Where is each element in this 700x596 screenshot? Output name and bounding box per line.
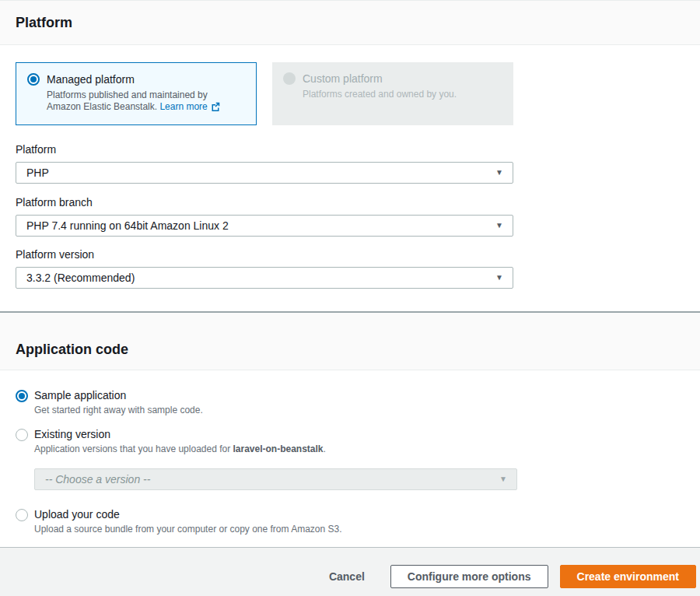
external-link-icon [211, 102, 220, 114]
managed-platform-desc-line2: Amazon Elastic Beanstalk. [47, 101, 157, 112]
custom-platform-radio [283, 72, 296, 85]
sample-application-radio[interactable] [16, 390, 28, 402]
platform-section-title: Platform [16, 15, 72, 31]
platform-version-field-label: Platform version [16, 248, 684, 261]
platform-section-content: Managed platform Platforms published and… [0, 62, 700, 289]
dropdown-caret-icon: ▼ [499, 475, 507, 483]
platform-select-value: PHP [26, 167, 49, 179]
learn-more-link[interactable]: Learn more [159, 101, 207, 112]
custom-platform-title: Custom platform [303, 72, 457, 86]
custom-platform-card[interactable]: Custom platform Platforms created and ow… [272, 62, 513, 125]
application-code-section-title: Application code [16, 342, 700, 358]
cancel-button[interactable]: Cancel [329, 565, 365, 588]
sample-application-desc: Get started right away with sample code. [34, 405, 203, 416]
existing-version-option[interactable]: Existing version Application versions th… [16, 428, 684, 455]
upload-your-code-label: Upload your code [34, 508, 342, 521]
managed-platform-desc: Platforms published and maintained by Am… [47, 89, 220, 114]
platform-select[interactable]: PHP ▼ [16, 162, 513, 184]
upload-your-code-radio[interactable] [16, 509, 28, 521]
custom-platform-card-body: Custom platform Platforms created and ow… [303, 72, 457, 100]
application-code-section-header: Application code [0, 313, 700, 370]
platform-branch-select[interactable]: PHP 7.4 running on 64bit Amazon Linux 2 … [16, 215, 513, 237]
existing-version-label: Existing version [34, 428, 326, 440]
dropdown-caret-icon: ▼ [495, 169, 503, 177]
custom-platform-desc: Platforms created and owned by you. [303, 89, 457, 100]
upload-your-code-desc: Upload a source bundle from your compute… [34, 524, 342, 535]
platform-branch-field-label: Platform branch [16, 196, 684, 209]
existing-version-desc: Application versions that you have uploa… [34, 443, 326, 455]
managed-platform-card[interactable]: Managed platform Platforms published and… [16, 62, 257, 125]
upload-your-code-option[interactable]: Upload your code Upload a source bundle … [16, 508, 684, 535]
action-footer: Cancel Configure more options Create env… [0, 547, 700, 596]
platform-field-label: Platform [16, 143, 684, 156]
create-environment-button[interactable]: Create environment [560, 565, 696, 588]
platform-version-select-value: 3.3.2 (Recommended) [26, 272, 135, 284]
choose-version-placeholder: -- Choose a version -- [45, 473, 150, 486]
sample-application-label: Sample application [34, 389, 203, 401]
managed-platform-desc-line1: Platforms published and maintained by [47, 89, 208, 100]
existing-version-radio[interactable] [16, 429, 28, 441]
configure-more-options-button[interactable]: Configure more options [390, 565, 548, 588]
platform-type-cards: Managed platform Platforms published and… [16, 62, 684, 125]
choose-version-select[interactable]: -- Choose a version -- ▼ [34, 468, 517, 490]
platform-section-header: Platform [0, 0, 700, 45]
managed-platform-radio[interactable] [27, 73, 40, 86]
application-code-options: Sample application Get started right awa… [0, 389, 700, 535]
platform-version-select[interactable]: 3.3.2 (Recommended) ▼ [16, 267, 513, 289]
managed-platform-card-body: Managed platform Platforms published and… [47, 73, 220, 114]
application-name: laravel-on-beanstalk [233, 443, 324, 454]
platform-branch-select-value: PHP 7.4 running on 64bit Amazon Linux 2 [26, 219, 229, 232]
dropdown-caret-icon: ▼ [495, 222, 503, 230]
create-environment-page: Platform Managed platform Platforms publ… [0, 0, 700, 535]
sample-application-option[interactable]: Sample application Get started right awa… [16, 389, 684, 416]
dropdown-caret-icon: ▼ [495, 274, 503, 282]
managed-platform-title: Managed platform [47, 73, 220, 86]
